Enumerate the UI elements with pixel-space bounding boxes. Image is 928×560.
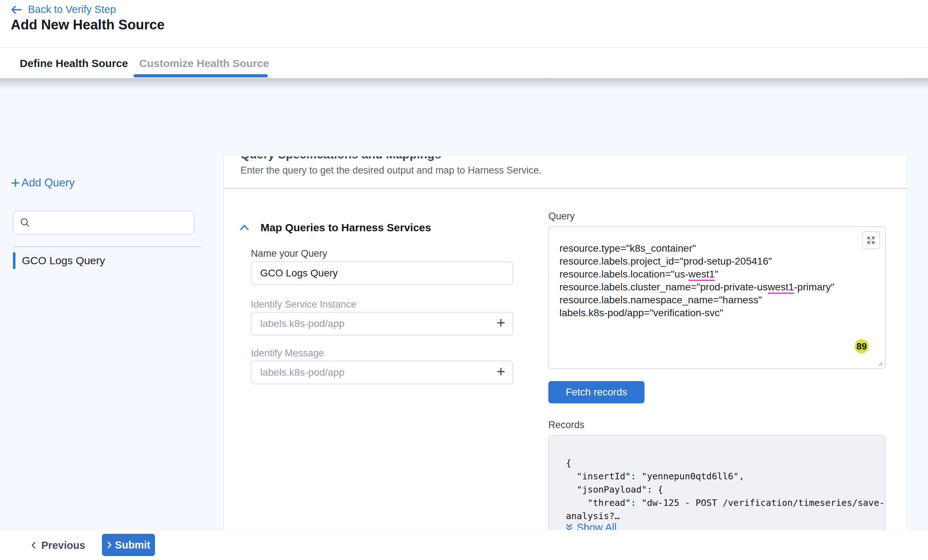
map-queries-section-header: Map Queries to Harness Services <box>239 222 431 234</box>
query-label: Query <box>548 211 575 222</box>
query-editor-text[interactable]: resource.type="k8s_container"resource.la… <box>559 242 853 320</box>
plus-icon: + <box>11 178 20 188</box>
text-line: { <box>566 457 881 470</box>
resize-handle-icon[interactable] <box>877 360 884 367</box>
chevron-up-icon[interactable] <box>239 224 250 231</box>
tab-customize-health-source[interactable]: Customize Health Source <box>139 57 269 70</box>
text-line: resource.labels.location="us-west1" <box>559 268 853 281</box>
add-query-label: Add Query <box>21 177 75 189</box>
text-line: "jsonPayload": { <box>566 483 881 496</box>
query-item-label: GCO Logs Query <box>22 254 105 267</box>
query-search-box <box>13 211 194 234</box>
back-link-label: Back to Verify Step <box>28 4 116 15</box>
text-line: resource.labels.project_id="prod-setup-2… <box>559 255 853 268</box>
page-title: Add New Health Source <box>11 17 165 33</box>
add-service-instance-icon[interactable]: + <box>496 316 505 330</box>
query-search-input[interactable] <box>35 217 186 228</box>
previous-button[interactable]: Previous <box>31 535 85 555</box>
map-queries-title: Map Queries to Harness Services <box>261 222 431 234</box>
text-line: resource.type="k8s_container" <box>559 242 853 255</box>
content-area: + Add Query GCO Logs Query Query Specifi… <box>0 78 928 560</box>
query-sidebar: + Add Query GCO Logs Query <box>0 156 224 560</box>
service-instance-field-wrap: + <box>251 312 513 336</box>
previous-label: Previous <box>41 540 85 551</box>
back-to-verify-step-link[interactable]: Back to Verify Step <box>11 4 116 15</box>
footer-bar: Previous Submit <box>0 530 928 560</box>
selected-indicator-bar <box>13 253 15 269</box>
text-line: resource.labels.namespace_name="harness" <box>559 294 853 306</box>
message-field-wrap: + <box>251 361 513 384</box>
submit-label: Submit <box>115 539 150 551</box>
tab-define-health-source[interactable]: Define Health Source <box>20 57 128 70</box>
chevron-left-icon <box>31 541 36 549</box>
add-message-icon[interactable]: + <box>496 365 505 379</box>
section-heading: Query Specifications and Mappings <box>240 156 441 161</box>
expand-query-button[interactable] <box>862 231 880 249</box>
section-divider <box>224 188 907 189</box>
identify-message-label: Identify Message <box>251 348 324 359</box>
service-instance-input[interactable] <box>252 313 513 335</box>
text-line: analysis?… <box>566 510 881 523</box>
submit-button[interactable]: Submit <box>102 534 155 556</box>
record-item-1: { "insertId": "yennepun0qtd6ll6", "jsonP… <box>549 435 885 538</box>
tab-bar: Define Health Source Customize Health So… <box>0 47 928 78</box>
message-input[interactable] <box>252 361 513 383</box>
sidebar-item-gco-logs-query[interactable]: GCO Logs Query <box>13 253 105 269</box>
name-query-label: Name your Query <box>251 248 327 259</box>
identify-service-instance-label: Identify Service Instance <box>251 299 356 310</box>
fullscreen-icon <box>866 236 876 245</box>
fetch-records-button[interactable]: Fetch records <box>548 381 644 403</box>
text-line: resource.labels.cluster_name="prod-priva… <box>559 281 853 294</box>
record-1-json: { "insertId": "yennepun0qtd6ll6", "jsonP… <box>566 457 881 523</box>
section-subtitle: Enter the query to get the desired outpu… <box>240 165 542 176</box>
query-editor: resource.type="k8s_container"resource.la… <box>548 226 886 369</box>
name-query-field-wrap <box>251 261 513 285</box>
query-specifications-panel: Query Specifications and Mappings Enter … <box>224 156 908 560</box>
spellcheck-underline: west1 <box>688 269 714 281</box>
search-icon <box>19 217 31 228</box>
spellcheck-underline: west1 <box>768 282 794 294</box>
name-query-input[interactable] <box>252 262 513 284</box>
sidebar-divider <box>13 246 201 247</box>
text-line: labels.k8s-pod/app="verification-svc" <box>559 306 853 320</box>
arrow-left-icon <box>11 5 22 14</box>
add-query-button[interactable]: + Add Query <box>11 177 75 189</box>
page-header: Back to Verify Step Add New Health Sourc… <box>0 0 928 47</box>
text-line: "thread": "dw-125 - POST /verification/t… <box>566 496 881 510</box>
records-label: Records <box>548 420 585 431</box>
text-line: "insertId": "yennepun0qtd6ll6", <box>566 470 881 483</box>
chevron-right-icon <box>107 541 112 549</box>
character-count-badge: 89 <box>855 339 869 353</box>
active-tab-underline <box>133 74 268 78</box>
